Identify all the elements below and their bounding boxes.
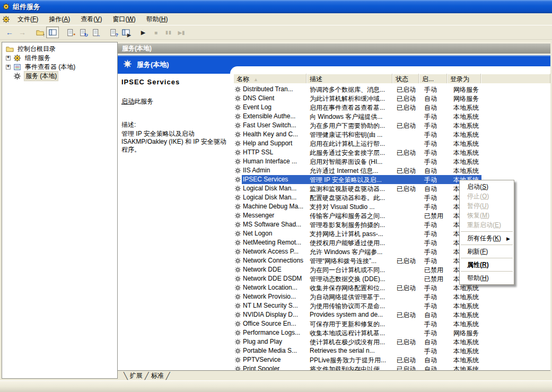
service-row[interactable]: Fast User Switch...为在多用户下需要协助的...已启动手动本地… — [233, 121, 550, 130]
submenu-arrow-icon: ▶ — [506, 234, 510, 243]
cell-cl: 本地系统 — [447, 130, 481, 138]
service-row-cells: Distributed Tran...协调跨多个数据库、消息...已启动手动网络… — [242, 85, 481, 94]
tab-extended[interactable]: 扩展 — [128, 371, 144, 380]
service-row-cells: Portable Media S...Retrieves the serial … — [242, 346, 481, 355]
service-row[interactable]: NVIDIA Display D...Provides system and d… — [233, 310, 550, 319]
service-row[interactable]: Event Log启用在事件查看器查看基...已启动自动本地系统 — [233, 103, 550, 112]
column-header-status[interactable]: 状态 — [392, 74, 419, 83]
service-row[interactable]: Extensible Authe...向 Windows 客户端提供...手动本… — [233, 112, 550, 121]
menu-items: 文件(F)操作(A)查看(V)窗口(W)帮助(H) — [12, 13, 173, 25]
restart-service-button[interactable]: ▶▮ — [175, 27, 188, 38]
cell-cd: 将文件加载到内存中以便... — [306, 365, 392, 370]
cell-cl: 本地系统 — [447, 347, 481, 355]
ctx-help[interactable]: 帮助(H) — [460, 273, 514, 283]
rounded-corner — [230, 66, 550, 74]
properties-button[interactable]: * — [64, 27, 76, 38]
ctx-start[interactable]: 启动(S) — [460, 182, 514, 191]
console-tree: 控制台根目录+组件服务+事件查看器 (本地)服务 (本地) — [2, 42, 118, 379]
cell-cs — [392, 239, 419, 247]
service-row[interactable]: PPTVServicePPLive服务致力于提升用...已启动自动本地系统 — [233, 355, 550, 364]
cell-cl: 本地系统 — [447, 121, 481, 129]
cell-cn: MS Software Shad... — [242, 221, 306, 229]
title-bar[interactable]: 组件服务 — [0, 0, 552, 13]
column-header-description[interactable]: 描述 — [306, 74, 392, 83]
service-gear-icon — [233, 95, 242, 102]
tab-standard[interactable]: 标准 — [150, 371, 165, 380]
ctx-properties[interactable]: 属性(R) — [460, 260, 514, 269]
service-row[interactable]: IIS Admin允许通过 Internet 信息...已启动自动本地系统 — [233, 166, 550, 175]
service-row[interactable]: Distributed Tran...协调跨多个数据库、消息...已启动手动网络… — [233, 85, 550, 94]
menu-file[interactable]: 文件(F) — [12, 13, 43, 25]
cell-cd: 管理 IP 安全策略以及启... — [306, 176, 392, 184]
service-gear-icon — [233, 356, 242, 363]
folder-icon — [6, 45, 14, 53]
tree-item-event-viewer[interactable]: +事件查看器 (本地) — [2, 63, 117, 72]
child-window-icon[interactable] — [2, 15, 10, 23]
help-button[interactable]: ? — [107, 27, 119, 38]
service-gear-icon — [233, 194, 242, 201]
cell-ct: 手动 — [419, 130, 447, 138]
service-row-cells: Plug and Play使计算机在极少或没有用...已启动自动本地系统 — [242, 337, 481, 346]
cell-cd: Provides system and de... — [306, 311, 392, 319]
menu-window[interactable]: 窗口(W) — [107, 13, 141, 25]
service-gear-icon — [233, 221, 242, 228]
service-row[interactable]: Print Spooler将文件加载到内存中以便...已启动自动本地系统 — [233, 364, 550, 370]
service-row[interactable]: DNS Client为此计算机解析和缓冲域...已启动自动网络服务 — [233, 94, 550, 103]
tree-expander-icon[interactable]: + — [6, 65, 11, 69]
service-info-pane: IPSEC Services 启动此服务 描述: 管理 IP 安全策略以及启动 … — [121, 78, 230, 154]
tab-slant: ╱ — [166, 372, 170, 380]
cell-cn: Performance Logs... — [242, 329, 306, 337]
show-hide-taskpad-button[interactable]: ▶ — [119, 27, 132, 38]
service-row[interactable]: Health Key and C...管理健康证书和密钥(由 ...手动本地系统 — [233, 130, 550, 139]
service-row[interactable]: Human Interface ...启用对智能界面设备 (HI...手动本地系… — [233, 157, 550, 166]
column-header-logon-as[interactable]: 登录为 — [447, 74, 481, 83]
menu-action[interactable]: 操作(A) — [43, 13, 75, 25]
column-header-name[interactable]: 名称▲ — [233, 74, 306, 83]
menu-view[interactable]: 查看(V) — [75, 13, 107, 25]
ctx-all-tasks[interactable]: 所有任务(K)▶ — [460, 233, 514, 243]
cell-ct: 手动 — [419, 239, 447, 247]
cell-ct: 手动 — [419, 158, 447, 165]
back-button[interactable]: ← — [3, 27, 16, 38]
column-header-startup-type[interactable]: 启... — [419, 74, 447, 83]
cell-ct: 手动 — [419, 302, 447, 310]
tree-expander-icon[interactable]: + — [6, 56, 11, 60]
ctx-refresh[interactable]: 刷新(F) — [460, 247, 514, 256]
export-list-button[interactable]: → — [89, 27, 102, 38]
cell-cd: 支持网络上计算机 pass-... — [306, 230, 392, 238]
service-row[interactable]: Performance Logs...收集本地或远程计算机基...手动网络服务 — [233, 328, 550, 337]
refresh-button[interactable]: ↻ — [76, 27, 89, 38]
cell-ct: 手动 — [419, 85, 447, 93]
pause-service-button[interactable]: ▮▮ — [162, 27, 175, 38]
services-gear-icon — [13, 72, 21, 80]
service-row[interactable]: Help and Support启用在此计算机上运行帮...手动本地系统 — [233, 139, 550, 148]
service-row[interactable]: NT LM Security S...为使用传输协议而不是命...手动本地系统 — [233, 301, 550, 310]
service-row[interactable]: Office Source En...可保存用于更新和修复的...手动本地系统 — [233, 319, 550, 328]
cell-cl: 网络服务 — [447, 85, 481, 93]
tree-item-console-root[interactable]: 控制台根目录 — [2, 45, 117, 54]
service-row-cells: HTTP SSL此服务通过安全套接字层...已启动手动本地系统 — [242, 148, 481, 157]
stop-service-button[interactable]: ■ — [150, 27, 162, 38]
service-row[interactable]: HTTP SSL此服务通过安全套接字层...已启动手动本地系统 — [233, 148, 550, 157]
start-service-button[interactable]: ▶ — [137, 27, 150, 38]
tree-item-component-services[interactable]: +组件服务 — [2, 54, 117, 63]
cell-cs: 已启动 — [392, 185, 419, 193]
forward-button[interactable]: → — [16, 27, 29, 38]
tree-item-label: 事件查看器 (本地) — [24, 63, 76, 72]
show-hide-console-tree-button[interactable] — [46, 27, 59, 38]
service-row[interactable]: Portable Media S...Retrieves the serial … — [233, 346, 550, 355]
service-row[interactable]: Network Provisio...为自动网络提供管理基于...手动本地系统 — [233, 292, 550, 301]
ctx-resume: 恢复(M) — [460, 211, 514, 220]
up-one-level-button[interactable]: ↑ — [33, 27, 46, 38]
tree-item-services[interactable]: 服务 (本地) — [2, 72, 117, 81]
cell-cd: 使授权用户能够通过使用... — [306, 239, 392, 247]
cell-cs: 已启动 — [392, 257, 419, 265]
cell-ct: 自动 — [419, 103, 447, 111]
menu-help[interactable]: 帮助(H) — [141, 13, 173, 25]
menu-bar: 文件(F)操作(A)查看(V)窗口(W)帮助(H) — [0, 13, 552, 25]
service-row[interactable]: Plug and Play使计算机在极少或没有用...已启动自动本地系统 — [233, 337, 550, 346]
start-service-link[interactable]: 启动此服务 — [121, 97, 230, 106]
service-row-cells: Network Provisio...为自动网络提供管理基于...手动本地系统 — [242, 292, 481, 301]
component-services-icon — [13, 54, 21, 62]
cell-cn: Distributed Tran... — [242, 85, 306, 93]
